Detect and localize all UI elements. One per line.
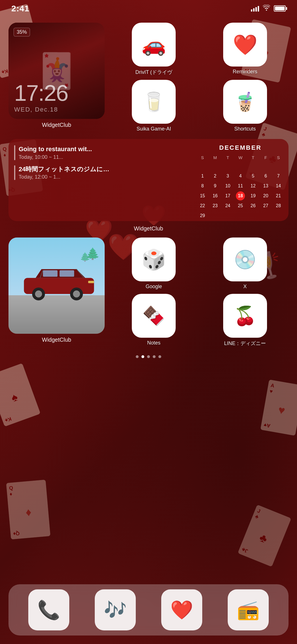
google-icon[interactable]: 🎲 xyxy=(132,238,176,281)
page-indicator xyxy=(8,355,289,358)
status-bar: 2:41 xyxy=(0,0,297,17)
shortcuts-label: Shortcuts xyxy=(234,126,256,132)
calendar-day-header: T xyxy=(247,154,259,161)
calendar-day[interactable]: 28 xyxy=(274,201,283,210)
calendar-day[interactable]: 3 xyxy=(223,172,232,181)
calendar-day[interactable]: 5 xyxy=(249,172,258,181)
svg-rect-1 xyxy=(43,270,58,277)
widgetclub-label-1: WidgetClub xyxy=(8,122,105,128)
dock-phone-icon[interactable]: 📞 xyxy=(28,589,69,630)
row3: 🌲 🌲 WidgetClub 🎲 Google 💿 X xyxy=(8,238,289,347)
calendar-day[interactable]: 15 xyxy=(198,191,207,200)
dock-phone-emoji: 📞 xyxy=(37,599,60,621)
calendar-day[interactable]: 9 xyxy=(211,181,220,191)
calendar-day[interactable]: 24 xyxy=(223,201,232,210)
calendar-day[interactable]: 17 xyxy=(223,191,232,200)
calendar-day[interactable] xyxy=(211,162,220,171)
signal-bar-2 xyxy=(253,8,255,12)
page-dot-2[interactable] xyxy=(147,355,150,358)
widget-battery-label: 35% xyxy=(14,28,30,37)
calendar-day[interactable]: 14 xyxy=(274,181,283,191)
row2-wrapper: Going to restaurant wit... Today, 10:00 … xyxy=(8,139,289,232)
status-icons xyxy=(251,5,286,12)
event-time-2: Today, 12:00 ~ 1... xyxy=(19,174,109,180)
photo-widget-wrap: 🌲 🌲 WidgetClub xyxy=(8,238,105,343)
calendar-day[interactable] xyxy=(274,162,283,171)
reminders-icon[interactable]: ❤️ xyxy=(223,23,267,67)
calendar-day[interactable]: 22 xyxy=(198,201,207,210)
calendar-day[interactable] xyxy=(249,211,258,220)
calendar-day[interactable] xyxy=(236,211,245,220)
calendar-day[interactable]: 20 xyxy=(261,191,270,200)
calendar-day[interactable] xyxy=(261,162,270,171)
calendar-day[interactable]: 1 xyxy=(198,172,207,181)
line-label: LINE：ディズニー xyxy=(224,340,266,347)
calendar-day[interactable] xyxy=(223,162,232,171)
photo-widget[interactable]: 🌲 🌲 xyxy=(8,238,105,334)
calendar-day[interactable] xyxy=(211,211,220,220)
calendar-day[interactable]: 10 xyxy=(223,181,232,191)
calendar-day[interactable]: 26 xyxy=(249,201,258,210)
calendar-day[interactable]: 29 xyxy=(198,211,207,220)
widgetclub-widget[interactable]: 🃏 35% 17:26 WED, Dec.18 xyxy=(8,23,105,119)
drivit-label: DrivIT (ドライヴ xyxy=(135,69,172,76)
calendar-day[interactable]: 19 xyxy=(249,191,258,200)
page-dot-0[interactable] xyxy=(136,355,139,358)
calendar-day[interactable]: 8 xyxy=(198,181,207,191)
calendar-day[interactable]: 12 xyxy=(249,181,258,191)
event-item-1: Going to restaurant wit... Today, 10:00 … xyxy=(14,145,187,160)
dock-radio-icon[interactable]: 📻 xyxy=(228,589,269,630)
widgetclub-label-2: WidgetClub xyxy=(8,225,289,232)
calendar-day-header: M xyxy=(209,154,221,161)
line-emoji: 🍒 xyxy=(234,305,257,327)
notes-icon[interactable]: 🍫 xyxy=(132,294,176,338)
widgetclub-widget-wrap: 🃏 35% 17:26 WED, Dec.18 WidgetClub xyxy=(8,23,105,128)
suika-icon[interactable]: 🥛 xyxy=(132,80,176,124)
calendar-day[interactable]: 2 xyxy=(211,172,220,181)
dock-heart-icon[interactable]: ❤️ xyxy=(161,589,202,630)
dock-music-emoji: 🎶 xyxy=(104,599,127,621)
calendar-day[interactable]: 25 xyxy=(236,201,245,210)
calendar-day-header: T xyxy=(222,154,234,161)
main-content: 🃏 35% 17:26 WED, Dec.18 WidgetClub 🚗 Dri… xyxy=(0,17,297,644)
drivit-icon[interactable]: 🚗 xyxy=(132,23,176,67)
signal-bar-1 xyxy=(251,9,252,12)
calendar-day[interactable]: 27 xyxy=(261,201,270,210)
page-dot-1[interactable] xyxy=(141,355,144,358)
calendar-day[interactable]: 16 xyxy=(211,191,220,200)
page-dot-4[interactable] xyxy=(158,355,161,358)
calendar-day[interactable] xyxy=(236,162,245,171)
calendar-day[interactable]: 6 xyxy=(261,172,270,181)
suika-label: Suika Game-AI xyxy=(137,126,171,132)
calendar-day[interactable]: 23 xyxy=(211,201,220,210)
calendar-day[interactable]: 11 xyxy=(236,181,245,191)
calendar-day[interactable] xyxy=(223,211,232,220)
signal-bar-4 xyxy=(258,6,259,12)
event-title-2: 24時間フィットネスのジムに… xyxy=(19,165,109,174)
dock-heart-emoji: ❤️ xyxy=(170,599,193,621)
page-dot-3[interactable] xyxy=(153,355,156,358)
notes-emoji: 🍫 xyxy=(142,305,165,327)
calendar-day[interactable] xyxy=(249,162,258,171)
event-bar-2 xyxy=(14,165,15,180)
app-notes-wrap: 🍫 Notes xyxy=(110,294,197,347)
calendar-events-widget[interactable]: Going to restaurant wit... Today, 10:00 … xyxy=(8,139,289,221)
calendar-month: DECEMBER xyxy=(197,144,284,151)
calendar-day[interactable]: 13 xyxy=(261,181,270,191)
calendar-day[interactable] xyxy=(261,211,270,220)
shortcuts-icon[interactable]: 🧋 xyxy=(223,80,267,124)
line-icon[interactable]: 🍒 xyxy=(223,294,267,338)
reminders-label: Reminders xyxy=(233,69,257,75)
event-bar-1 xyxy=(14,145,15,160)
calendar-day[interactable]: 7 xyxy=(274,172,283,181)
calendar-day[interactable]: 4 xyxy=(236,172,245,181)
calendar-day[interactable] xyxy=(274,211,283,220)
calendar-day[interactable]: 21 xyxy=(274,191,283,200)
svg-point-6 xyxy=(73,290,80,298)
calendar-today[interactable]: 18 xyxy=(236,191,245,200)
signal-bars-icon xyxy=(251,5,259,12)
google-emoji: 🎲 xyxy=(141,248,166,271)
calendar-day[interactable] xyxy=(198,162,207,171)
x-icon[interactable]: 💿 xyxy=(223,238,267,281)
dock-music-icon[interactable]: 🎶 xyxy=(95,589,136,630)
